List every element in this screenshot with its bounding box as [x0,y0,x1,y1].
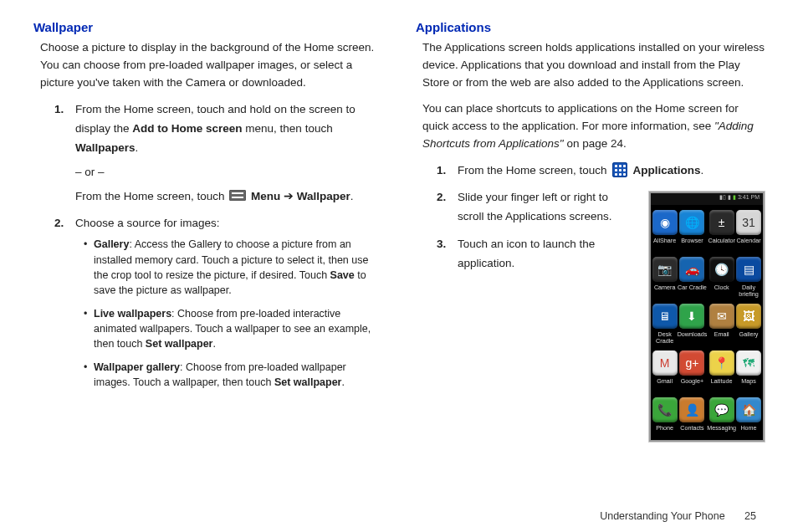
app-label: Calendar [736,238,760,244]
phone-app: 👤Contacts [678,394,708,441]
app-label: Downloads [678,331,708,338]
phone-app: 🗺Maps [736,347,761,394]
source-action: Set wallpaper [146,338,213,350]
applications-step-3: Touch an icon to launch the application. [441,235,636,274]
text: . [350,190,354,202]
app-icon: 💬 [709,397,734,422]
app-icon: 31 [736,210,761,235]
source-desc-tail: . [212,338,215,350]
phone-app: 💬Messaging [707,394,736,441]
wallpaper-step-1: From the Home screen, touch and hold on … [59,100,382,207]
app-icon: 🗺 [736,350,761,376]
app-label: Phone [656,425,673,432]
app-label: Messaging [707,425,736,432]
phone-status-bar: ▮▯ ▮ ▮ 3:41 PM [651,193,763,205]
page-footer: Understanding Your Phone 25 [600,510,756,522]
bold-add-to-home: Add to Home screen [132,122,242,135]
app-label: Maps [741,378,756,385]
app-label: Calculator [708,238,734,244]
app-label: Gallery [739,331,759,338]
app-icon: 🖥 [652,304,678,329]
applications-step-2: Slide your finger left or right to scrol… [441,188,636,227]
text: You can place shortcuts to applications … [422,102,739,132]
app-label: Camera [654,284,676,291]
app-label: Gmail [657,378,673,385]
app-icon: ◉ [652,210,678,235]
phone-screenshot: ▮▯ ▮ ▮ 3:41 PM ◉AllShare🌐Browser±Calcula… [649,192,765,442]
text: on page 24. [564,137,627,150]
steps-with-phone: Slide your finger left or right to scrol… [416,188,765,442]
footer-page-number: 25 [744,510,756,522]
source-action: Save [330,269,355,281]
phone-app: MGmail [652,347,678,394]
app-icon: g+ [679,350,704,376]
bold-wallpaper: Wallpaper [294,190,350,202]
wallpaper-step-2: Choose a source for images: Gallery: Acc… [59,214,382,390]
app-label: AllShare [653,238,676,244]
wallpaper-sources: Gallery: Access the Gallery to choose a … [75,237,382,390]
wallpaper-steps: From the Home screen, touch and hold on … [33,100,382,391]
phone-app: 🌐Browser [678,207,708,253]
app-label: Google+ [681,378,703,385]
phone-app: ▤Daily briefing [736,253,761,300]
left-column: Wallpaper Choose a picture to display in… [33,20,382,524]
app-icon: M [652,350,678,376]
applications-steps-cont: Slide your finger left or right to scrol… [416,188,636,274]
app-icon: 🏠 [736,397,761,422]
phone-app: 📷Camera [652,253,678,300]
source-action: Set wallpaper [274,376,342,388]
applications-steps: From the Home screen, touch Applications… [416,161,765,181]
phone-app: 📞Phone [652,394,678,441]
bold-applications: Applications [630,164,700,176]
phone-app: 🚗Car Cradle [678,253,708,300]
text: From the Home screen, touch [75,190,228,202]
source-desc-tail: . [341,376,344,388]
signal-icon: ▮▯ ▮ [719,194,733,200]
or-divider: – or – [75,163,382,182]
source-desc: : Access the Gallery to choose a picture… [94,238,368,280]
app-icon: ▤ [736,257,761,282]
phone-app: 🖼Gallery [736,300,761,347]
phone-app: 🏠Home [736,394,761,441]
phone-app: 📍Latitude [707,347,736,394]
app-icon: ± [709,210,734,235]
bold-menu: Menu [248,190,284,202]
app-label: Desk Cradle [652,331,678,344]
app-label: Home [740,425,756,432]
phone-app-grid: ◉AllShare🌐Browser±Calculator31Calendar📷C… [651,205,763,441]
phone-app: ⬇Downloads [678,300,708,347]
app-label: Daily briefing [739,284,759,297]
text: . [136,141,139,154]
app-icon: 📍 [709,350,734,376]
text: menu, then touch [243,122,333,135]
applications-intro-1: The Applications screen holds applicatio… [422,39,765,92]
phone-app: 31Calendar [736,207,761,253]
applications-step-1: From the Home screen, touch Applications… [441,161,765,181]
app-icon: 📷 [652,257,678,282]
app-label: Browser [681,238,703,244]
app-icon: 🚗 [679,257,704,282]
footer-section: Understanding Your Phone [600,510,724,522]
phone-app: ✉Email [707,300,736,347]
app-icon: 📞 [652,397,678,422]
app-icon: ⬇ [679,304,704,329]
applications-icon [612,162,627,177]
source-title: Live wallpapers [94,308,171,320]
app-label: Contacts [680,425,703,432]
applications-intro-2: You can place shortcuts to applications … [422,100,765,153]
phone-app: 🕓Clock [707,253,736,300]
menu-icon [229,190,246,201]
text: . [701,164,704,176]
applications-heading: Applications [416,20,765,34]
right-column: Applications The Applications screen hol… [416,20,765,524]
app-label: Car Cradle [678,284,707,291]
app-icon: 🖼 [736,304,761,329]
app-icon: 🌐 [679,210,704,235]
wallpaper-source-item: Live wallpapers: Choose from pre-loaded … [84,306,382,351]
phone-app: ±Calculator [707,207,736,253]
phone-app: 🖥Desk Cradle [652,300,678,347]
wallpaper-heading: Wallpaper [33,20,382,34]
app-icon: 👤 [679,397,704,422]
text: From the Home screen, touch [458,164,610,176]
arrow-icon: ➔ [284,190,294,202]
